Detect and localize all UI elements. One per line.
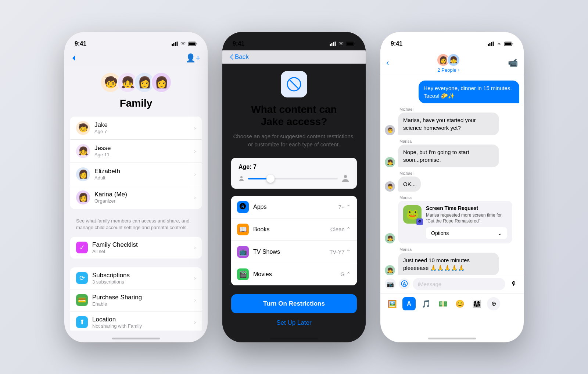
jesse-chevron-icon: ›: [194, 148, 196, 154]
restrictions-back-btn[interactable]: Back: [230, 53, 249, 61]
michael-avatar-2: 👨: [385, 181, 395, 192]
apps-icon: 🅐: [237, 201, 249, 213]
purchase-sharing-chevron-icon: ›: [194, 297, 196, 303]
app-dock: 🖼️ A 🎵 💵 😊 👨‍👩‍👧 ⊕: [380, 293, 524, 314]
family-dock-icon[interactable]: 👨‍👩‍👧: [470, 297, 483, 310]
phone-family-settings: 9:41 👤+ 🧒 👧 👩 👩: [64, 32, 208, 342]
microphone-icon[interactable]: 🎙: [508, 278, 519, 289]
apps-icon-msg[interactable]: Ⓐ: [399, 278, 410, 289]
marisa-avatar-3: 👧: [385, 265, 395, 274]
svg-rect-10: [335, 42, 336, 46]
purchase-sharing-icon: 💳: [76, 294, 88, 306]
screen-time-card-wrap: Marisa 🐸 ⏱ Screen Time Request Marisa re…: [398, 195, 512, 244]
home-indicator-1: [112, 338, 160, 339]
family-services-section: ⟳ Subscriptions 3 subscriptions › 💳 Purc…: [70, 267, 202, 331]
family-checklist-row[interactable]: ✓ Family Checklist All set ›: [70, 237, 202, 259]
add-family-icon[interactable]: 👤+: [186, 53, 200, 63]
family-checklist-icon: ✓: [76, 242, 88, 253]
restrictions-nav-bar: Back: [222, 50, 366, 64]
options-button[interactable]: Options ⌄: [426, 227, 507, 239]
movies-row[interactable]: 🎬 Movies G ⌃: [231, 263, 357, 285]
location-row[interactable]: ⬆ Location Not sharing with Family ›: [70, 311, 202, 331]
no-entry-icon: [287, 77, 301, 92]
marisa-2-content: Marisa Just need 10 more minutes pleeeea…: [398, 247, 499, 274]
audio-dock-icon[interactable]: 🎵: [419, 297, 433, 310]
purchase-sharing-name: Purchase Sharing: [92, 294, 190, 301]
books-label: Books: [253, 226, 326, 233]
group-name[interactable]: 2 People ›: [438, 67, 459, 73]
photos-dock-icon[interactable]: 🖼️: [386, 297, 399, 310]
karina-role: Organizer: [94, 198, 190, 204]
marisa-1-sender: Marisa: [399, 139, 499, 143]
appstore-dock-icon[interactable]: A: [402, 297, 416, 310]
svg-point-16: [240, 176, 243, 178]
cash-dock-icon[interactable]: 💵: [436, 297, 449, 310]
back-chevron-icon: [72, 55, 75, 61]
turn-on-restrictions-button[interactable]: Turn On Restrictions: [231, 294, 357, 313]
person-small-icon: [239, 176, 244, 182]
member-elizabeth-row[interactable]: 👩 Elizabeth Adult ›: [70, 163, 202, 186]
age-slider-thumb[interactable]: [266, 175, 275, 183]
svg-rect-1: [173, 43, 175, 46]
jake-info: Jake Age 7: [94, 121, 190, 134]
camera-icon[interactable]: 📷: [385, 278, 396, 289]
svg-rect-9: [333, 42, 334, 46]
location-icon: ⬆: [76, 316, 88, 328]
restriction-description: Choose an age for suggested content rest…: [231, 132, 357, 149]
apps-row[interactable]: 🅐 Apps 7+ ⌃: [231, 196, 357, 218]
memoji-dock-icon[interactable]: 😊: [453, 297, 466, 310]
person-large-icon: [341, 175, 349, 183]
age-section: Age: 7: [231, 158, 357, 189]
svg-rect-18: [488, 44, 489, 46]
member-jesse-row[interactable]: 👧 Jesse Age 11 ›: [70, 140, 202, 163]
svg-rect-23: [505, 42, 512, 45]
video-call-icon[interactable]: 📹: [508, 58, 518, 68]
jake-name: Jake: [94, 121, 190, 129]
status-icons-1: [172, 42, 197, 46]
svg-rect-5: [189, 42, 196, 45]
home-indicator-3: [428, 338, 476, 339]
apps-value: 7+ ⌃: [338, 204, 351, 210]
settings-back-btn[interactable]: [72, 55, 77, 61]
status-time-1: 9:41: [75, 40, 86, 47]
tvshows-row[interactable]: 📺 TV Shows TV-Y7 ⌃: [231, 241, 357, 263]
family-scroll-area[interactable]: 🧒 👧 👩 👩 Family 🧒 Jake Age 7 ›: [64, 66, 208, 331]
books-row[interactable]: 📖 Books Clean ⌃: [231, 218, 357, 241]
subscriptions-row[interactable]: ⟳ Subscriptions 3 subscriptions ›: [70, 267, 202, 289]
messages-group-info[interactable]: 👩 👧 2 People ›: [389, 53, 508, 73]
settings-nav-bar: 👤+: [64, 50, 208, 66]
restriction-icon: [281, 71, 307, 97]
movies-value: G ⌃: [340, 271, 351, 278]
set-up-later-button[interactable]: Set Up Later: [231, 319, 357, 327]
member-jake-row[interactable]: 🧒 Jake Age 7 ›: [70, 117, 202, 140]
messages-nav-bar: ‹ 👩 👧 2 People › 📹: [380, 50, 524, 76]
elizabeth-info: Elizabeth Adult: [94, 168, 190, 181]
svg-rect-20: [491, 42, 492, 46]
age-slider-wrap: [239, 175, 349, 183]
family-avatars-group: 🧒 👧 👩 👩: [100, 72, 172, 93]
family-checklist-status: All set: [92, 249, 190, 254]
svg-point-17: [344, 175, 347, 178]
tvshows-label: TV Shows: [253, 249, 325, 255]
purchase-sharing-row[interactable]: 💳 Purchase Sharing Enable ›: [70, 289, 202, 311]
member-karina-row[interactable]: 👩 Karina (Me) Organizer ›: [70, 186, 202, 209]
messages-back-btn[interactable]: ‹: [386, 58, 389, 68]
svg-rect-24: [512, 43, 513, 44]
svg-rect-3: [177, 42, 178, 46]
age-label: Age: 7: [239, 164, 349, 170]
content-restrictions-screen: 9:41 Back: [222, 32, 366, 342]
more-dock-icon[interactable]: ⊕: [487, 297, 500, 310]
status-bar-3: 9:41: [380, 32, 524, 50]
message-input[interactable]: iMessage: [413, 278, 505, 290]
family-note: See what family members can access and s…: [64, 218, 208, 237]
jake-avatar: 🧒: [76, 121, 90, 135]
messages-list: Hey everyone, dinner in 15 minutes. Taco…: [380, 76, 524, 275]
michael-1-content: Michael Marisa, have you started your sc…: [398, 107, 499, 135]
options-chevron-icon: ⌄: [498, 230, 502, 236]
screen-time-text: Screen Time Request Marisa requested mor…: [426, 205, 507, 239]
location-chevron-icon: ›: [194, 319, 196, 325]
age-slider-track[interactable]: [248, 178, 338, 179]
elizabeth-role: Adult: [94, 175, 190, 181]
karina-info: Karina (Me) Organizer: [94, 191, 190, 204]
michael-avatar: 👨: [385, 125, 395, 135]
